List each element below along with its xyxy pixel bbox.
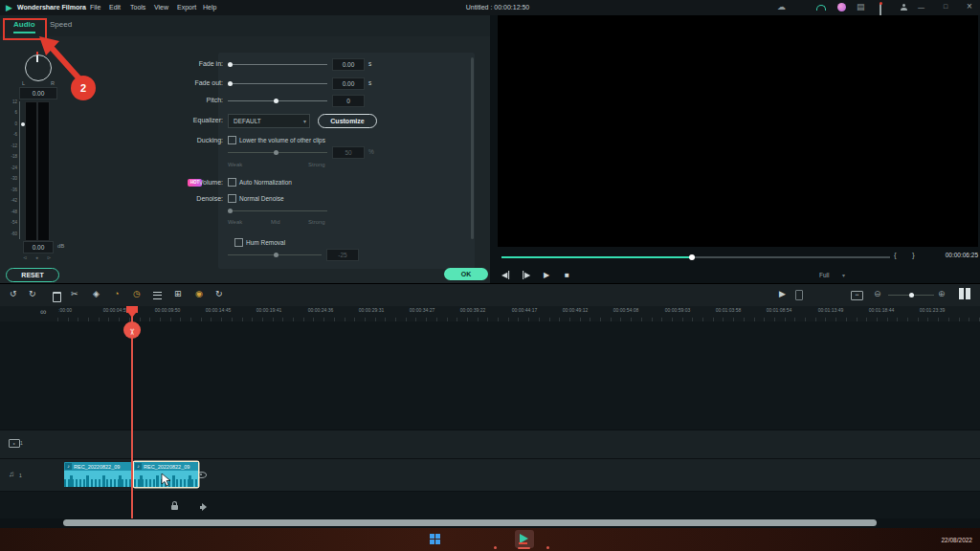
video-track-number: 1 (20, 440, 23, 446)
render-preview-icon[interactable]: ▶ (779, 290, 786, 298)
clip-music-icon: ♪ (135, 463, 142, 470)
equalizer-dropdown[interactable]: DEFAULT ▾ (228, 114, 310, 128)
filmora-active-underline (518, 547, 530, 549)
timeline-zoom-slider[interactable] (888, 295, 934, 296)
panel-layout-toggle-icon[interactable] (959, 288, 970, 299)
preview-video-canvas[interactable] (498, 15, 978, 247)
mark-in-icon[interactable]: { (894, 251, 897, 259)
pitch-slider[interactable] (228, 100, 327, 101)
playhead-split-scissors-button[interactable]: ✂ (123, 321, 141, 339)
menu-edit[interactable]: Edit (109, 4, 121, 11)
start-button-icon[interactable] (430, 534, 440, 544)
menu-view[interactable]: View (154, 4, 168, 11)
next-frame-button[interactable]: ◀ (523, 271, 530, 279)
phone-preview-icon[interactable] (795, 290, 803, 300)
stop-button[interactable]: ■ (565, 271, 569, 279)
ruler-timecode: 00:01:03:58 (700, 307, 757, 313)
fade-out-label: Fade out: (134, 79, 223, 86)
maximize-button[interactable]: □ (944, 3, 947, 10)
title-bar: ▶ Wondershare Filmora File Edit Tools Vi… (0, 0, 980, 15)
preview-quality-dropdown[interactable]: Full (819, 272, 829, 278)
audio-clip-1[interactable]: ♪ REC_20220822_09 (64, 462, 132, 487)
marker-icon[interactable]: ◈ (93, 290, 100, 298)
meter-scale-label: -18 (6, 154, 17, 159)
playback-progress-handle[interactable] (689, 254, 695, 260)
meter-bar-right (37, 101, 50, 241)
app-name: Wondershare Filmora (17, 4, 86, 11)
shortcut-keyboard-icon[interactable]: ▤ (857, 3, 865, 11)
speed-ramping-icon[interactable]: ◔ (114, 290, 119, 298)
audio-track-mute-icon[interactable] (200, 503, 208, 511)
play-button[interactable]: ▶ (544, 271, 549, 279)
ducking-checkbox-label: Lower the volume of other clips (239, 137, 325, 143)
playhead-flag[interactable] (126, 306, 138, 313)
timeline-tracks-area[interactable] (0, 321, 980, 528)
split-scissors-icon[interactable]: ✂ (71, 290, 78, 298)
captions-icon[interactable]: •• (851, 291, 863, 300)
normal-denoise-checkbox[interactable] (228, 194, 236, 203)
clip-name: REC_20220822_09 (144, 464, 189, 470)
meter-scale-label: -60 (6, 231, 17, 236)
timeline-hscroll-thumb[interactable] (63, 519, 877, 526)
ducking-unit: % (368, 148, 374, 155)
video-track[interactable] (0, 430, 980, 459)
menu-help[interactable]: Help (203, 4, 216, 11)
panel-scrollbar[interactable] (471, 57, 474, 239)
meter-scale-label: -30 (6, 176, 17, 181)
ducking-checkbox[interactable] (228, 136, 236, 144)
hum-removal-label: Hum Removal (246, 239, 285, 246)
timeline-zoom-out-icon[interactable]: ⊖ (874, 290, 881, 298)
video-track-icon: ▸ (9, 439, 20, 448)
meter-scale-label: 6 (6, 110, 17, 115)
hum-removal-value: -25 (326, 249, 359, 261)
ruler-timecode: 00:01:23:39 (903, 307, 961, 313)
fade-in-value[interactable]: 0.00 (332, 58, 365, 71)
fade-out-value[interactable]: 0.00 (332, 77, 365, 90)
ok-button[interactable]: OK (444, 268, 488, 280)
redo-icon[interactable]: ↻ (29, 290, 36, 298)
account-avatar[interactable] (837, 3, 846, 11)
audio-track-lock-icon[interactable] (171, 505, 178, 510)
timeline-zoom-in-icon[interactable]: ⊕ (938, 290, 946, 298)
ruler-timecode: 00:00:34:27 (393, 307, 451, 313)
ruler-timecode: 00:00:59:03 (649, 307, 706, 313)
meter-scale-label: -36 (6, 187, 17, 192)
refresh-icon[interactable]: ↻ (215, 290, 223, 298)
fade-in-slider[interactable] (228, 64, 327, 65)
ruler-timecode: 00:00:19:41 (240, 307, 298, 313)
auto-normalization-checkbox[interactable] (228, 178, 236, 187)
duration-timer-icon[interactable]: ◷ (133, 290, 141, 298)
reset-button[interactable]: RESET (6, 268, 59, 282)
meter-peak-left-icon[interactable]: ⊲ (23, 254, 27, 260)
minimize-button[interactable]: — (918, 4, 924, 11)
motion-tracking-icon[interactable]: ◉ (195, 290, 203, 298)
menu-export[interactable]: Export (177, 4, 196, 11)
adjust-properties-icon[interactable] (153, 292, 162, 299)
fade-out-slider[interactable] (228, 83, 327, 84)
keyframe-icon[interactable]: ⊞ (174, 290, 182, 298)
equalizer-customize-button[interactable]: Customize (318, 114, 377, 128)
pitch-value[interactable]: 0 (332, 95, 365, 107)
meter-peak-right-icon[interactable]: ⊳ (47, 254, 51, 260)
headset-support-icon[interactable] (816, 5, 826, 11)
tab-speed[interactable]: Speed (50, 20, 72, 29)
hum-removal-slider[interactable] (228, 254, 322, 255)
meter-scale-label: 0 (6, 121, 17, 126)
delete-trash-icon[interactable] (53, 292, 61, 302)
previous-frame-button[interactable]: ▶ (501, 271, 509, 279)
cloud-icon[interactable]: ☁ (777, 3, 786, 11)
quality-caret-icon[interactable]: ▾ (842, 272, 845, 278)
menu-file[interactable]: File (90, 4, 100, 11)
undo-icon[interactable]: ↺ (10, 290, 17, 298)
meter-scale-label: -42 (6, 198, 17, 203)
denoise-slider[interactable] (228, 210, 327, 211)
meter-mode-icon[interactable]: ● (35, 254, 38, 260)
timeline-toolbar (0, 283, 980, 308)
mark-out-icon[interactable]: } (912, 251, 915, 259)
playback-progress-bar[interactable] (501, 256, 890, 258)
menu-tools[interactable]: Tools (130, 4, 145, 11)
hum-removal-checkbox[interactable] (234, 238, 243, 247)
close-button[interactable]: × (967, 1, 972, 11)
ducking-slider[interactable] (228, 152, 327, 153)
filmora-taskbar-button[interactable] (515, 530, 534, 548)
